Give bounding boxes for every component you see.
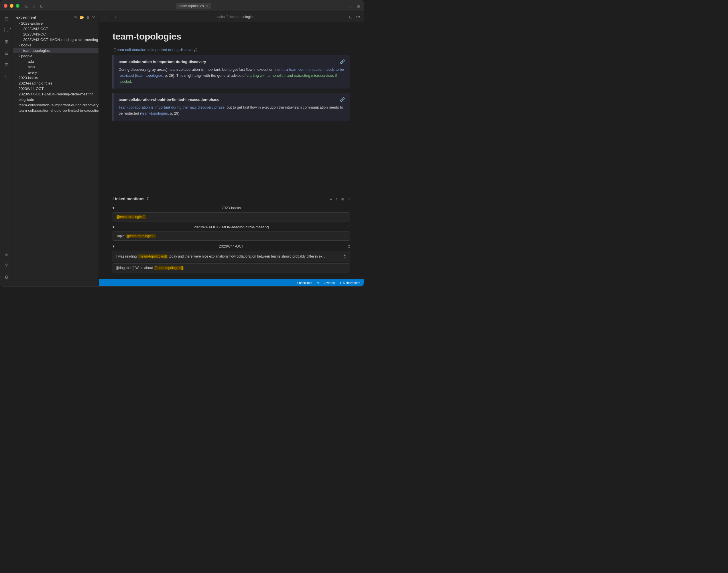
close-all-icon[interactable]: ✕ [92,15,95,19]
mentions-sort-up-icon[interactable]: ↑ [335,197,337,201]
mention-group-header-2023w43[interactable]: ▾ 2023W43-OCT-1MON-reading-circle-meetin… [113,224,350,230]
tree-item-label: alan [28,65,35,69]
mention-item-2023w43-top[interactable]: Topic: [[team-topologies]] ◇ [113,232,350,241]
mention-group-header-2023-books[interactable]: ▾ 2023-books 1 [113,205,350,211]
doc-title: team-topologies [113,31,350,42]
new-folder-icon[interactable]: 📂 [79,15,84,19]
dropdown-icon[interactable]: ⌄ [349,4,352,8]
tree-item-team-collab-exec[interactable]: team-collaboration-should-be-limited-in-… [13,108,99,113]
team-topologies-link-1[interactable]: team-topologies [136,73,163,77]
mention-item-2023w44-top-1[interactable]: I was reading [[team-topologies]] today … [113,251,350,262]
back-button[interactable]: ← [102,14,109,20]
callout-block-2: team-collaboration-should-be-limited-in-… [113,93,350,121]
read-mode-icon[interactable]: ⊡ [349,15,352,19]
callout-body-1: During discovery (gray areas), team coll… [119,67,345,85]
tree-item-2023w44-oct[interactable]: 2023W44-OCT [13,86,99,91]
tree-item-label: books [21,43,31,47]
breadcrumb-parent[interactable]: books [215,15,225,19]
mention-group-2023w44: ▾ 2023W44-OCT 2 I was reading [[team-top… [113,243,350,272]
mentions-actions: ≡ ↑ ⊞ ⌕ [330,197,350,201]
breadcrumb: books / team-topologies [121,15,349,19]
tab-close-button[interactable]: × [206,4,208,7]
titlebar: ⊞ ⌕ ⊡ team-topologies × + ⌄ ⊞ [0,0,364,12]
mention-item-2023w44-2[interactable]: [[blog-todo]] Write about [[team-topolog… [113,263,350,272]
tree-item-blog-todo[interactable]: blog-todo [13,97,99,102]
tree-item-people[interactable]: ▾ people [13,53,99,59]
backlinks-text: 7 backlinks [296,281,312,284]
tree-item-label: blog-todo [19,97,34,102]
bookmark-icon[interactable]: ⊡ [40,4,44,8]
tree-item-w42[interactable]: 2023W42-OCT [13,26,99,32]
sort-icon[interactable]: ⊟ [87,15,90,19]
settings-icon[interactable]: ⚙ [2,272,11,281]
titlebar-right-icons: ⌄ ⊞ [349,4,360,8]
wikilink-reference: ![[team-collaboration-is-important-durin… [113,48,350,52]
mention-text-2023w43: Topic: [[team-topologies]] [116,234,156,238]
tree-item-team-topologies[interactable]: team-topologies [13,48,99,53]
wikilink-anchor[interactable]: team-collaboration-is-important-during-d… [116,48,195,52]
tree-item-w43-meeting[interactable]: 2023W43-OCT-1MON-reading-circle-meeting [13,37,99,42]
copy-icon[interactable]: ⊡ [2,60,11,69]
minimize-button[interactable] [10,4,13,8]
sidebar-toggle-icon[interactable]: ⊞ [25,4,29,8]
tree-item-archive[interactable]: ▾ 2023-archive [13,20,99,26]
new-note-icon[interactable]: ✎ [74,15,77,19]
tree-item-2023-books[interactable]: 2023-books [13,75,99,81]
callout-title-2: team-collaboration-should-be-limited-in-… [119,97,345,102]
tree-item-label: 2023-books [19,75,38,80]
active-tab[interactable]: team-topologies × [176,3,211,9]
search-icon[interactable]: ⌕ [33,4,36,8]
mention-item-2023w43-1: Topic: [[team-topologies]] ◇ [113,231,350,241]
tree-item-label: 2023-archive [21,21,43,25]
team-topologies-link-2[interactable]: team-topologies [141,111,168,115]
mention-expand-icon[interactable]: ◇ [344,235,346,238]
mention-group-header-2023w44[interactable]: ▾ 2023W44-OCT 2 [113,243,350,250]
blocks-icon[interactable]: ⊞ [2,37,11,46]
mention-item-2023-books-1[interactable]: [[team-topologies]] [113,212,350,221]
tree-item-2023-reading-circles[interactable]: 2023-reading-circles [13,81,99,86]
callout-link-icon-2[interactable]: 🔗 [340,97,345,102]
main-window: ⊞ ⌕ ⊡ team-topologies × + ⌄ ⊞ ⊡ ⋮⋰ ⊞ ⊟ ⊡… [0,0,364,286]
mentions-list-icon[interactable]: ≡ [330,197,332,201]
editor-content: team-topologies ![[team-collaboration-is… [99,22,364,192]
help-icon[interactable]: ? [2,261,11,270]
callout-title-text-2: team-collaboration-should-be-limited-in-… [119,97,219,102]
callout-title-text-1: team-collaboration-is-important-during-d… [119,60,206,64]
mentions-search-icon[interactable]: ⌕ [348,197,350,201]
tree-item-label: 2023-reading-circles [19,81,52,85]
edit-icon: ✎ [317,281,319,285]
tree-item-2023w44-meeting[interactable]: 2023W44-OCT-1MON-reading-circle-meeting [13,91,99,97]
new-tab-button[interactable]: + [214,3,216,9]
tree-item-label: 2023W43-OCT [23,32,48,36]
main-area: ⊡ ⋮⋰ ⊞ ⊟ ⊡ ›_ ⊡ ? ⚙ experiment ✎ 📂 ⊟ [0,12,364,286]
forward-button[interactable]: → [111,14,118,20]
tree-item-avery[interactable]: avery [13,70,99,75]
tree-item-team-collab[interactable]: team-collaboration-is-important-during-d… [13,102,99,108]
tree-item-label: team-collaboration-should-be-limited-in-… [19,108,99,113]
tree-item-w43[interactable]: 2023W43-OCT [13,32,99,37]
tree-item-alan[interactable]: alan [13,64,99,70]
callout-link-icon-1[interactable]: 🔗 [340,59,345,64]
tree-item-ada[interactable]: ada [13,59,99,64]
more-options-icon[interactable]: ••• [356,15,360,19]
graph-icon[interactable]: ⋮⋰ [2,25,11,35]
terminal-icon[interactable]: ›_ [2,71,11,81]
plugin-icon[interactable]: ⊡ [2,250,11,259]
breadcrumb-current: team-topologies [230,15,254,19]
close-button[interactable] [4,4,7,8]
panel-toggle-icon[interactable]: ⊞ [357,4,360,8]
tree-item-label: people [21,54,33,58]
mention-expand-up-icon[interactable]: ▲ [343,253,346,256]
status-backlinks[interactable]: 7 backlinks [296,281,312,284]
mention-expand-down-icon[interactable]: ▾ [344,256,346,260]
calendar-icon[interactable]: ⊟ [2,48,11,58]
files-icon[interactable]: ⊡ [2,14,11,23]
maximize-button[interactable] [16,4,19,8]
tree-item-books[interactable]: ▾ books [13,42,99,48]
status-edit-icon[interactable]: ✎ [317,281,319,285]
mentions-sort-icon[interactable]: ⊞ [341,197,344,201]
sidebar-icons-bottom: ⊡ ? ⚙ [2,250,11,284]
mention-group-count-2023w43: 1 [348,225,350,229]
team-collab-discovery-link[interactable]: Team collaboration is important during t… [119,105,225,109]
mention-highlight-2023-books: [[team-topologies]] [116,215,146,219]
